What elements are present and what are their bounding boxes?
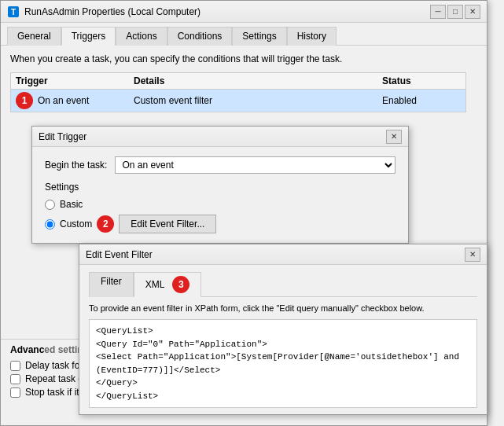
title-bar-left: T RunAsAdmin Properties (Local Computer)	[7, 6, 200, 18]
badge-2: 2	[97, 215, 114, 233]
tab-bar: General Triggers Actions Conditions Sett…	[1, 23, 487, 46]
header-trigger: Trigger	[16, 75, 134, 86]
begin-task-row: Begin the task: On an event	[45, 156, 395, 174]
close-button[interactable]: ✕	[465, 5, 480, 19]
trigger-table: Trigger Details Status 1 On an event Cus…	[10, 72, 466, 112]
filter-tab-filter[interactable]: Filter	[89, 272, 134, 297]
table-row[interactable]: 1 On an event Custom event filter Enable…	[11, 90, 465, 112]
filter-tab-xml[interactable]: XML 3	[134, 272, 202, 297]
checkbox-delay[interactable]	[10, 361, 20, 371]
title-controls: ─ □ ✕	[430, 5, 480, 19]
begin-task-label: Begin the task:	[45, 160, 107, 171]
tab-general[interactable]: General	[7, 27, 61, 46]
filter-tabs: Filter XML 3	[89, 271, 477, 297]
begin-task-select[interactable]: On an event	[115, 156, 395, 174]
edit-trigger-content: Begin the task: On an event Settings Bas…	[32, 147, 408, 243]
badge-1: 1	[16, 92, 33, 109]
edit-trigger-close-btn[interactable]: ✕	[386, 130, 402, 144]
xml-content: <QueryList> <Query Id="0" Path="Applicat…	[89, 319, 477, 408]
maximize-button[interactable]: □	[447, 5, 463, 19]
radio-custom-label: Custom	[60, 219, 92, 230]
edit-trigger-dialog: Edit Trigger ✕ Begin the task: On an eve…	[31, 126, 409, 244]
window-title: RunAsAdmin Properties (Local Computer)	[24, 6, 200, 17]
badge-3: 3	[172, 276, 189, 293]
svg-text:T: T	[11, 8, 16, 17]
edit-event-filter-button[interactable]: Edit Event Filter...	[119, 215, 216, 233]
tab-triggers[interactable]: Triggers	[61, 27, 116, 46]
event-filter-content: Filter XML 3 To provide an event filter …	[79, 265, 487, 414]
tab-conditions[interactable]: Conditions	[167, 27, 233, 46]
event-filter-title: Edit Event Filter	[86, 249, 153, 260]
xml-line-4: </Query>	[96, 376, 470, 390]
edit-event-filter-dialog: Edit Event Filter ✕ Filter XML 3 To prov…	[79, 244, 487, 415]
radio-basic-row: Basic	[45, 199, 395, 210]
title-bar: T RunAsAdmin Properties (Local Computer)…	[1, 1, 487, 23]
tab-actions[interactable]: Actions	[116, 27, 167, 46]
trigger-cell: 1 On an event	[16, 92, 134, 109]
table-header: Trigger Details Status	[11, 73, 465, 90]
radio-custom[interactable]	[45, 219, 55, 230]
checkbox-repeat[interactable]	[10, 374, 20, 384]
description-text: When you create a task, you can specify …	[10, 53, 477, 64]
main-content: When you create a task, you can specify …	[1, 46, 487, 120]
event-filter-title-bar: Edit Event Filter ✕	[79, 244, 487, 265]
app-icon: T	[7, 6, 20, 18]
info-text: To provide an event filter in XPath form…	[89, 303, 477, 313]
radio-basic[interactable]	[45, 200, 55, 210]
edit-trigger-title: Edit Trigger	[39, 131, 86, 142]
edit-trigger-title-bar: Edit Trigger ✕	[32, 127, 408, 147]
radio-basic-label: Basic	[60, 199, 83, 210]
header-details: Details	[134, 75, 382, 86]
event-filter-close-btn[interactable]: ✕	[465, 248, 480, 262]
details-cell: Custom event filter	[134, 95, 382, 106]
checkbox-stop[interactable]	[10, 387, 20, 398]
xml-line-2: <Query Id="0" Path="Application">	[96, 338, 470, 351]
tab-history[interactable]: History	[287, 27, 337, 46]
xml-line-1: <QueryList>	[96, 325, 470, 338]
xml-line-5: </QueryList>	[96, 390, 470, 403]
status-cell: Enabled	[382, 95, 461, 106]
tab-settings[interactable]: Settings	[232, 27, 286, 46]
header-status: Status	[382, 75, 461, 86]
settings-label: Settings	[45, 182, 395, 193]
xml-line-3: <Select Path="Application">[System[Provi…	[96, 351, 470, 376]
minimize-button[interactable]: ─	[430, 5, 446, 19]
radio-custom-row: Custom 2 Edit Event Filter...	[45, 215, 395, 233]
